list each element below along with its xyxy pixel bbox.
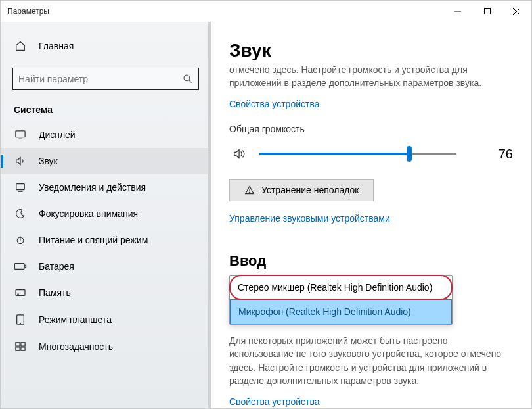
sidebar-item-sound[interactable]: Звук (1, 148, 211, 174)
device-properties-link[interactable]: Свойства устройства (229, 99, 320, 109)
home-icon (14, 40, 27, 52)
settings-window: Параметры Главная (0, 0, 532, 409)
sidebar-item-label: Уведомления и действия (39, 182, 146, 193)
troubleshoot-label: Устранение неполадок (261, 185, 359, 195)
sidebar-section-title: Система (1, 90, 211, 122)
sidebar-item-label: Многозадачность (39, 341, 113, 352)
svg-rect-13 (25, 265, 26, 267)
input-device-dropdown[interactable]: Стерео микшер (Realtek High Definition A… (229, 275, 453, 325)
svg-rect-14 (16, 290, 25, 296)
sidebar-home[interactable]: Главная (1, 34, 211, 59)
battery-icon (14, 262, 27, 270)
svg-point-23 (250, 192, 250, 193)
sidebar-item-label: Память (39, 287, 71, 298)
svg-rect-6 (16, 131, 25, 137)
sidebar-item-battery[interactable]: Батарея (1, 253, 211, 279)
svg-line-5 (189, 80, 192, 83)
minimize-button[interactable] (443, 1, 472, 22)
svg-rect-8 (16, 184, 24, 190)
sidebar-item-label: Батарея (39, 261, 74, 272)
maximize-button[interactable] (472, 1, 502, 22)
sidebar-home-label: Главная (39, 41, 74, 51)
svg-rect-1 (484, 9, 490, 14)
dropdown-list: Стерео микшер (Realtek High Definition A… (229, 275, 453, 325)
moon-icon (14, 208, 27, 219)
sidebar-item-label: Дисплей (39, 130, 76, 140)
slider-thumb[interactable] (407, 146, 412, 162)
volume-row: 76 (229, 146, 513, 162)
sidebar-item-label: Питание и спящий режим (39, 235, 148, 245)
tablet-icon (14, 314, 27, 325)
sidebar-item-multitask[interactable]: Многозадачность (1, 333, 211, 360)
main-panel: Звук отмечено здесь. Настройте громкость… (211, 22, 531, 408)
volume-value: 76 (483, 147, 513, 162)
svg-rect-18 (16, 343, 20, 346)
close-button[interactable] (502, 1, 531, 22)
volume-icon[interactable] (229, 147, 250, 160)
sidebar-item-notifications[interactable]: Уведомления и действия (1, 174, 211, 201)
input-heading: Ввод (229, 253, 513, 270)
sidebar-item-focus[interactable]: Фокусировка внимания (1, 201, 211, 227)
search-icon (183, 74, 193, 84)
manage-devices-link[interactable]: Управление звуковыми устройствами (229, 213, 390, 224)
svg-rect-21 (21, 347, 25, 350)
svg-rect-12 (14, 264, 24, 270)
sidebar-item-label: Звук (39, 156, 58, 166)
svg-rect-19 (21, 343, 25, 346)
titlebar: Параметры (1, 1, 531, 22)
sidebar-item-storage[interactable]: Память (1, 279, 211, 306)
dropdown-option-microphone[interactable]: Микрофон (Realtek High Definition Audio) (230, 299, 452, 324)
troubleshoot-button[interactable]: Устранение неполадок (229, 179, 374, 201)
volume-slider[interactable] (259, 146, 456, 162)
multitask-icon (14, 341, 27, 352)
window-title: Параметры (7, 7, 49, 16)
slider-fill (259, 153, 409, 155)
dropdown-option-stereo-mixer[interactable]: Стерео микшер (Realtek High Definition A… (229, 275, 453, 300)
svg-point-4 (184, 75, 190, 81)
page-title: Звук (229, 40, 513, 61)
sidebar-item-label: Фокусировка внимания (39, 208, 138, 219)
output-description-cutoff: отмечено здесь. Настройте громкость и ус… (229, 64, 513, 89)
content-area: Главная Система Дисплей Звук (1, 22, 531, 408)
svg-rect-20 (16, 347, 20, 350)
warning-icon (244, 185, 255, 195)
notifications-icon (14, 182, 27, 193)
sidebar-item-display[interactable]: Дисплей (1, 122, 211, 148)
search-input[interactable] (18, 74, 183, 84)
power-icon (14, 235, 27, 245)
sidebar-item-tablet[interactable]: Режим планшета (1, 306, 211, 333)
sound-icon (14, 156, 27, 166)
svg-point-15 (18, 294, 18, 295)
volume-label: Общая громкость (229, 124, 513, 134)
sidebar-item-power[interactable]: Питание и спящий режим (1, 227, 211, 253)
sidebar: Главная Система Дисплей Звук (1, 22, 211, 408)
display-icon (14, 130, 27, 140)
search-box[interactable] (12, 68, 199, 90)
input-device-properties-link[interactable]: Свойства устройства (229, 397, 320, 407)
sidebar-item-label: Режим планшета (39, 314, 112, 325)
window-controls (443, 1, 531, 22)
storage-icon (14, 288, 27, 297)
input-description: Для некоторых приложений может быть наст… (229, 334, 513, 387)
